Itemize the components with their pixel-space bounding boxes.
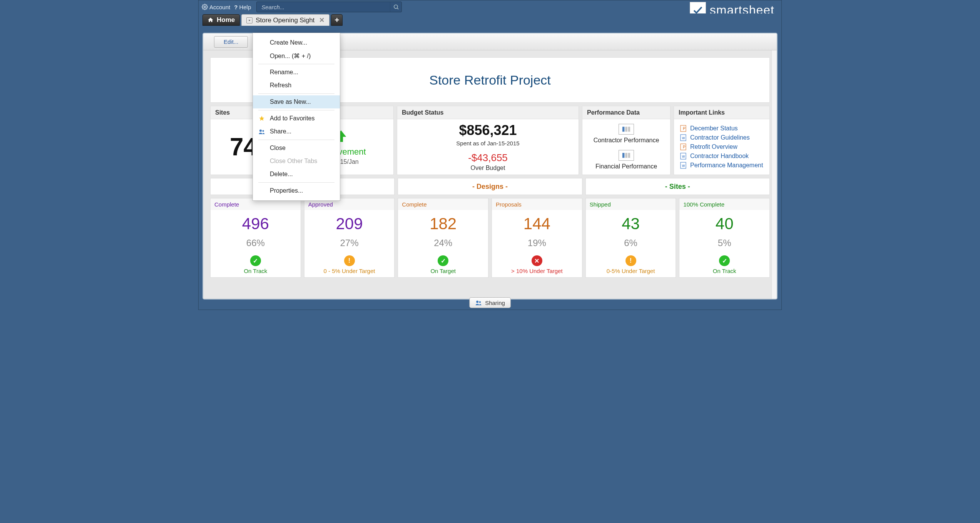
active-tab-label: Store Opening Sight (256, 17, 314, 24)
budget-widget-head: Budget Status (397, 106, 579, 119)
menu-close[interactable]: Close (253, 142, 340, 155)
metric-head: Proposals (492, 198, 582, 210)
svg-rect-4 (622, 127, 625, 132)
metric-status: On Target (430, 268, 456, 274)
metric-value: 182 (430, 215, 457, 233)
menu-label: Save as New... (270, 98, 311, 105)
metric-status: On Track (244, 268, 267, 274)
search-box[interactable] (256, 2, 402, 12)
metric-surveys-complete: Complete 496 66% ✓ On Track (210, 198, 301, 278)
menu-refresh[interactable]: Refresh (253, 79, 340, 92)
svg-point-21 (259, 130, 262, 132)
section-designs: - Designs - (398, 178, 582, 195)
account-label: Account (209, 4, 230, 10)
budget-caption: Spent as of Jan-15-2015 (456, 140, 519, 147)
important-links-widget: Important Links P December Status w Cont… (674, 106, 770, 175)
menu-properties[interactable]: Properties... (253, 184, 340, 197)
menu-create-new[interactable]: Create New... (253, 36, 340, 49)
active-tab[interactable]: Store Opening Sight ✕ (241, 14, 329, 26)
link-december-status[interactable]: P December Status (680, 125, 738, 132)
svg-rect-5 (625, 127, 627, 132)
chevron-down-icon (248, 18, 251, 22)
menu-separator (258, 140, 334, 140)
menu-open[interactable]: Open... (⌘ + /) (253, 49, 340, 62)
section-label: - Sites - (665, 183, 690, 191)
menu-save-as-new[interactable]: Save as New... (253, 95, 340, 108)
close-icon: ✕ (319, 17, 324, 24)
menu-label: Refresh (270, 82, 291, 89)
metric-status: 0-5% Under Target (607, 268, 655, 274)
help-icon: ? (234, 4, 237, 10)
search-input[interactable] (257, 4, 390, 10)
menu-label: Close Other Tabs (270, 158, 317, 165)
svg-marker-3 (249, 20, 251, 21)
svg-marker-20 (259, 116, 264, 121)
menu-rename[interactable]: Rename... (253, 66, 340, 79)
metric-designs-complete: Complete 182 24% ✓ On Target (398, 198, 488, 278)
menu-separator (258, 110, 334, 110)
financial-performance-label: Financial Performance (595, 163, 657, 170)
powerpoint-doc-icon: P (680, 125, 686, 132)
important-links-head: Important Links (674, 106, 769, 119)
link-label: Contractor Handbook (690, 153, 749, 160)
section-label: - Designs - (472, 183, 508, 191)
link-contractor-handbook[interactable]: w Contractor Handbook (680, 153, 749, 160)
menu-add-to-favorites[interactable]: Add to Favorites (253, 112, 340, 125)
svg-text:P: P (683, 145, 686, 149)
link-retrofit-overview[interactable]: P Retrofit Overview (680, 143, 738, 150)
search-icon (393, 4, 399, 10)
home-icon (207, 17, 214, 23)
metric-status: 0 - 5% Under Target (324, 268, 375, 274)
svg-text:w: w (682, 163, 685, 168)
metric-status: On Track (713, 268, 736, 274)
menu-delete[interactable]: Delete... (253, 168, 340, 181)
link-label: December Status (690, 125, 738, 132)
metric-value: 496 (242, 215, 269, 233)
people-icon (475, 300, 482, 305)
powerpoint-doc-icon: P (680, 143, 686, 150)
tab-dropdown-toggle[interactable] (246, 17, 253, 23)
metric-percent: 5% (718, 238, 731, 248)
contractor-performance-label: Contractor Performance (594, 137, 659, 144)
svg-point-24 (479, 301, 481, 303)
search-button[interactable] (390, 2, 401, 12)
help-link[interactable]: ? Help (234, 4, 251, 10)
status-ok-icon: ✓ (250, 255, 261, 266)
svg-point-23 (476, 301, 478, 303)
menu-label: Open... (⌘ + /) (270, 52, 311, 60)
word-doc-icon: w (680, 153, 686, 160)
budget-delta: -$43,655 (468, 152, 508, 164)
svg-point-1 (394, 5, 397, 8)
metric-head: 100% Complete (679, 198, 769, 210)
link-performance-management[interactable]: w Performance Management (680, 162, 763, 169)
metric-value: 144 (523, 215, 550, 233)
home-tab[interactable]: Home (202, 14, 240, 26)
close-tab-button[interactable]: ✕ (319, 16, 324, 24)
financial-performance-tile[interactable] (619, 150, 634, 161)
link-contractor-guidelines[interactable]: w Contractor Guidelines (680, 134, 750, 141)
people-icon (258, 128, 265, 135)
metric-head: Shipped (586, 198, 676, 210)
svg-rect-6 (628, 127, 630, 132)
status-error-icon: ✕ (532, 255, 542, 266)
sharing-button[interactable]: Sharing (469, 297, 511, 308)
performance-widget-head: Performance Data (582, 106, 670, 119)
edit-button[interactable]: Edit... (214, 36, 248, 48)
word-doc-icon: w (680, 134, 686, 141)
svg-point-0 (204, 6, 206, 8)
gear-icon (202, 4, 208, 10)
metric-percent: 27% (340, 238, 358, 248)
new-tab-button[interactable]: + (331, 14, 343, 26)
metric-status: > 10% Under Target (511, 268, 563, 274)
report-icon (622, 126, 630, 132)
metric-surveys-approved: Approved 209 27% ! 0 - 5% Under Target (304, 198, 395, 278)
svg-text:P: P (683, 127, 686, 131)
svg-point-22 (263, 130, 264, 132)
contractor-performance-tile[interactable] (619, 124, 634, 135)
scrollbar[interactable] (771, 50, 777, 299)
menu-separator (258, 64, 334, 64)
account-link[interactable]: Account (202, 4, 230, 10)
menu-separator (258, 93, 334, 94)
star-icon (258, 115, 265, 122)
menu-share[interactable]: Share... (253, 125, 340, 138)
